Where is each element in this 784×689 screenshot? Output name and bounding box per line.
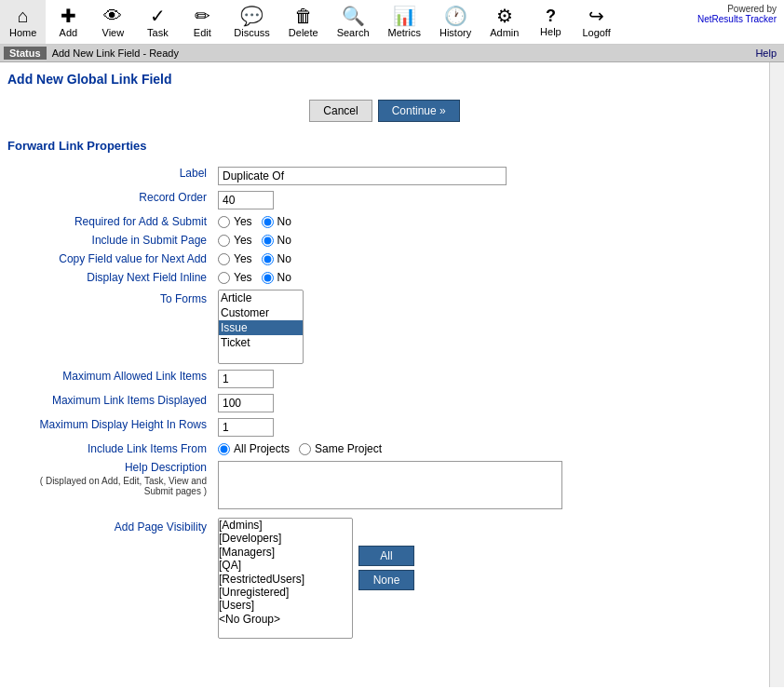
display-next-yes-label[interactable]: Yes [218,271,252,284]
visibility-admins[interactable]: [Admins] [219,519,352,532]
nav-view[interactable]: 👁 View [90,0,135,44]
section-title: Forward Link Properties [7,139,762,153]
visibility-listbox[interactable]: [Admins] [Developers] [Managers] [QA] [R… [218,518,353,639]
record-order-label: Record Order [7,188,212,212]
max-height-label: Maximum Display Height In Rows [7,415,212,439]
nav-logoff[interactable]: ↪ Logoff [573,0,619,44]
nav-metrics[interactable]: 📊 Metrics [379,0,430,44]
max-link-items-input[interactable] [218,370,274,388]
required-yes-radio[interactable] [218,216,230,228]
required-no-radio[interactable] [262,216,274,228]
to-forms-option-customer[interactable]: Customer [219,305,303,320]
record-order-input[interactable] [218,191,274,209]
include-submit-value-cell: Yes No [212,231,762,250]
required-row: Required for Add & Submit Yes No [7,212,762,231]
metrics-icon: 📊 [393,7,416,25]
include-from-same-radio[interactable] [299,443,311,455]
visibility-label: Add Page Visibility [7,515,212,642]
include-submit-no-label[interactable]: No [262,234,291,247]
include-submit-row: Include in Submit Page Yes No [7,231,762,250]
include-submit-yes-radio[interactable] [218,235,230,247]
visibility-value-cell: [Admins] [Developers] [Managers] [QA] [R… [212,515,762,642]
display-next-row: Display Next Field Inline Yes No [7,268,762,287]
include-from-same-label[interactable]: Same Project [299,442,382,455]
required-no-label[interactable]: No [262,215,291,228]
cancel-button[interactable]: Cancel [309,100,372,122]
status-bar: Status Add New Link Field - Ready Help [0,45,784,62]
visibility-developers[interactable]: [Developers] [219,532,352,545]
max-height-input[interactable] [218,418,274,437]
visibility-no-group[interactable]: <No Group> [219,613,352,626]
include-submit-radio-group: Yes No [218,234,756,247]
visibility-users[interactable]: [Users] [219,599,352,612]
help-link[interactable]: Help [751,47,780,60]
edit-icon: ✏ [195,7,210,25]
include-submit-label: Include in Submit Page [7,231,212,250]
powered-by-link[interactable]: NetResults Tracker [697,14,777,24]
scrollbar[interactable] [769,62,784,687]
required-value-cell: Yes No [212,212,762,231]
to-forms-option-issue[interactable]: Issue [219,320,303,335]
to-forms-option-ticket[interactable]: Ticket [219,335,303,350]
search-icon: 🔍 [342,7,365,25]
to-forms-row: To Forms Article Customer Issue Ticket [7,287,762,367]
status-badge: Status [4,47,47,60]
required-yes-label[interactable]: Yes [218,215,252,228]
required-radio-group: Yes No [218,215,756,228]
continue-button[interactable]: Continue » [378,100,460,122]
nav-edit[interactable]: ✏ Edit [180,0,224,44]
help-desc-row: Help Description ( Displayed on Add, Edi… [7,458,762,515]
home-icon: ⌂ [18,7,29,25]
max-link-items-label: Maximum Allowed Link Items [7,367,212,391]
visibility-section: [Admins] [Developers] [Managers] [QA] [R… [218,518,756,639]
nav-discuss[interactable]: 💬 Discuss [224,0,279,44]
help-desc-value-cell [212,458,762,515]
form-table: Label Record Order Required for Add & Su… [7,164,762,642]
display-next-radio-group: Yes No [218,271,756,284]
nav-search[interactable]: 🔍 Search [328,0,379,44]
copy-field-no-label[interactable]: No [262,252,291,265]
nav-home[interactable]: ⌂ Home [0,0,46,44]
help-icon: ? [546,7,556,24]
visibility-qa[interactable]: [QA] [219,559,352,572]
include-submit-yes-label[interactable]: Yes [218,234,252,247]
nav-add[interactable]: ✚ Add [46,0,90,44]
copy-field-yes-radio[interactable] [218,253,230,265]
nav-delete[interactable]: 🗑 Delete [279,0,328,44]
copy-field-yes-label[interactable]: Yes [218,252,252,265]
help-desc-sublabel: ( Displayed on Add, Edit, Task, View and… [13,476,207,496]
record-order-row: Record Order [7,188,762,212]
nav-task[interactable]: ✓ Task [135,0,180,44]
logoff-icon: ↪ [588,7,604,25]
nav-history[interactable]: 🕐 History [430,0,480,44]
to-forms-listbox[interactable]: Article Customer Issue Ticket [218,290,304,364]
include-from-all-radio[interactable] [218,443,230,455]
copy-field-row: Copy Field value for Next Add Yes No [7,250,762,268]
include-from-all-label[interactable]: All Projects [218,442,290,455]
label-input[interactable] [218,167,507,185]
display-next-yes-radio[interactable] [218,272,230,284]
copy-field-radio-group: Yes No [218,252,756,265]
display-next-no-radio[interactable] [262,272,274,284]
label-field-label: Label [7,164,212,188]
max-displayed-input[interactable] [218,394,274,412]
max-displayed-value-cell [212,391,762,415]
status-text: Add New Link Field - Ready [52,47,179,59]
help-desc-label-cell: Help Description ( Displayed on Add, Edi… [7,458,212,515]
visibility-none-button[interactable]: None [358,570,414,590]
help-desc-textarea[interactable] [218,461,562,509]
max-height-row: Maximum Display Height In Rows [7,415,762,439]
to-forms-option-article[interactable]: Article [219,290,303,305]
to-forms-value-cell: Article Customer Issue Ticket [212,287,762,367]
display-next-value-cell: Yes No [212,268,762,287]
nav-help[interactable]: ? Help [528,0,573,44]
nav-admin[interactable]: ⚙ Admin [480,0,528,44]
display-next-no-label[interactable]: No [262,271,291,284]
copy-field-no-radio[interactable] [262,253,274,265]
visibility-all-button[interactable]: All [358,546,414,566]
visibility-restricted[interactable]: [RestrictedUsers] [219,573,352,586]
visibility-unregistered[interactable]: [Unregistered] [219,586,352,599]
button-row: Cancel Continue » [7,100,762,122]
visibility-managers[interactable]: [Managers] [219,546,352,559]
include-submit-no-radio[interactable] [262,235,274,247]
